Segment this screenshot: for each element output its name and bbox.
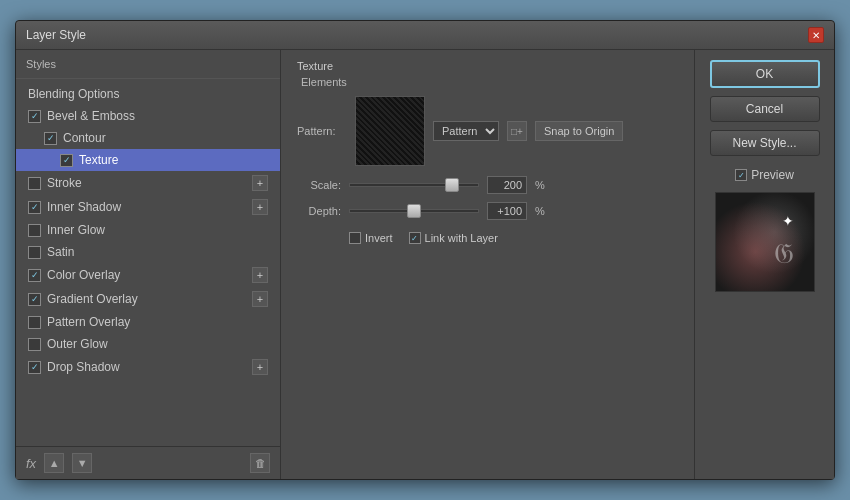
gradient-overlay-checkbox[interactable] (28, 293, 41, 306)
scale-unit: % (535, 179, 551, 191)
title-bar: Layer Style ✕ (16, 21, 834, 50)
color-overlay-label: Color Overlay (47, 268, 120, 282)
scale-label: Scale: (297, 179, 341, 191)
sidebar-item-stroke[interactable]: Stroke + (16, 171, 280, 195)
sidebar-item-pattern-overlay[interactable]: Pattern Overlay (16, 311, 280, 333)
preview-label-row: Preview (735, 168, 794, 182)
texture-checkbox[interactable] (60, 154, 73, 167)
outer-glow-checkbox[interactable] (28, 338, 41, 351)
sidebar-item-inner-glow[interactable]: Inner Glow (16, 219, 280, 241)
pattern-preview-swatch[interactable] (355, 96, 425, 166)
stroke-label: Stroke (47, 176, 82, 190)
layer-style-dialog: Layer Style ✕ Styles Blending Options Be… (15, 20, 835, 480)
dialog-title: Layer Style (26, 28, 86, 42)
depth-slider-thumb[interactable] (407, 204, 421, 218)
preview-section: Preview 𝔊 ✦ (715, 168, 815, 292)
sidebar-item-inner-shadow[interactable]: Inner Shadow + (16, 195, 280, 219)
options-row: Invert Link with Layer (297, 232, 678, 244)
invert-checkbox[interactable] (349, 232, 361, 244)
sidebar-item-contour[interactable]: Contour (16, 127, 280, 149)
satin-label: Satin (47, 245, 74, 259)
scale-slider-track[interactable] (349, 183, 479, 187)
section-subtitle: Elements (297, 76, 678, 88)
texture-label: Texture (79, 153, 118, 167)
color-overlay-add-button[interactable]: + (252, 267, 268, 283)
invert-text: Invert (365, 232, 393, 244)
ok-button[interactable]: OK (710, 60, 820, 88)
sidebar-item-blending[interactable]: Blending Options (16, 83, 280, 105)
outer-glow-label: Outer Glow (47, 337, 108, 351)
sidebar-item-satin[interactable]: Satin (16, 241, 280, 263)
scale-slider-thumb[interactable] (445, 178, 459, 192)
close-button[interactable]: ✕ (808, 27, 824, 43)
sidebar-item-color-overlay[interactable]: Color Overlay + (16, 263, 280, 287)
right-panel: OK Cancel New Style... Preview 𝔊 ✦ (694, 50, 834, 479)
inner-shadow-label: Inner Shadow (47, 200, 121, 214)
preview-label: Preview (751, 168, 794, 182)
color-overlay-checkbox[interactable] (28, 269, 41, 282)
depth-value-input[interactable] (487, 202, 527, 220)
inner-glow-checkbox[interactable] (28, 224, 41, 237)
dialog-body: Styles Blending Options Bevel & Emboss C… (16, 50, 834, 479)
fx-label: fx (26, 456, 36, 471)
styles-header: Styles (16, 50, 280, 79)
stroke-add-button[interactable]: + (252, 175, 268, 191)
left-footer: fx ▲ ▼ 🗑 (16, 446, 280, 479)
sidebar-item-drop-shadow[interactable]: Drop Shadow + (16, 355, 280, 379)
move-up-button[interactable]: ▲ (44, 453, 64, 473)
pattern-dropdown[interactable]: Pattern (433, 121, 499, 141)
drop-shadow-label: Drop Shadow (47, 360, 120, 374)
link-label[interactable]: Link with Layer (409, 232, 498, 244)
snap-to-origin-button[interactable]: Snap to Origin (535, 121, 623, 141)
scale-row: Scale: % (297, 176, 678, 194)
depth-row: Depth: % (297, 202, 678, 220)
invert-label[interactable]: Invert (349, 232, 393, 244)
depth-label: Depth: (297, 205, 341, 217)
section-title: Texture (297, 60, 678, 72)
depth-unit: % (535, 205, 551, 217)
inner-shadow-add-button[interactable]: + (252, 199, 268, 215)
bevel-label: Bevel & Emboss (47, 109, 135, 123)
drop-shadow-checkbox[interactable] (28, 361, 41, 374)
contour-checkbox[interactable] (44, 132, 57, 145)
gradient-overlay-label: Gradient Overlay (47, 292, 138, 306)
gradient-overlay-add-button[interactable]: + (252, 291, 268, 307)
preview-canvas: 𝔊 ✦ (715, 192, 815, 292)
depth-slider-track[interactable] (349, 209, 479, 213)
cancel-button[interactable]: Cancel (710, 96, 820, 122)
move-down-button[interactable]: ▼ (72, 453, 92, 473)
preview-glyph: 𝔊 (773, 238, 794, 271)
sidebar-item-gradient-overlay[interactable]: Gradient Overlay + (16, 287, 280, 311)
new-style-button[interactable]: New Style... (710, 130, 820, 156)
inner-shadow-checkbox[interactable] (28, 201, 41, 214)
preview-sparkle: ✦ (782, 213, 794, 229)
inner-glow-label: Inner Glow (47, 223, 105, 237)
scale-value-input[interactable] (487, 176, 527, 194)
bevel-checkbox[interactable] (28, 110, 41, 123)
pattern-label: Pattern: (297, 125, 347, 137)
pattern-overlay-checkbox[interactable] (28, 316, 41, 329)
styles-list: Blending Options Bevel & Emboss Contour … (16, 79, 280, 446)
preview-inner: 𝔊 ✦ (716, 193, 814, 291)
stroke-checkbox[interactable] (28, 177, 41, 190)
delete-button[interactable]: 🗑 (250, 453, 270, 473)
sidebar-item-texture[interactable]: Texture (16, 149, 280, 171)
link-text: Link with Layer (425, 232, 498, 244)
blending-label: Blending Options (28, 87, 119, 101)
link-checkbox[interactable] (409, 232, 421, 244)
pattern-row: Pattern: Pattern □+ Snap to Origin (297, 96, 678, 166)
left-panel: Styles Blending Options Bevel & Emboss C… (16, 50, 281, 479)
satin-checkbox[interactable] (28, 246, 41, 259)
pattern-overlay-label: Pattern Overlay (47, 315, 130, 329)
preview-checkbox[interactable] (735, 169, 747, 181)
contour-label: Contour (63, 131, 106, 145)
center-panel: Texture Elements Pattern: Pattern □+ Sna… (281, 50, 694, 479)
new-pattern-button[interactable]: □+ (507, 121, 527, 141)
sidebar-item-outer-glow[interactable]: Outer Glow (16, 333, 280, 355)
sidebar-item-bevel[interactable]: Bevel & Emboss (16, 105, 280, 127)
drop-shadow-add-button[interactable]: + (252, 359, 268, 375)
